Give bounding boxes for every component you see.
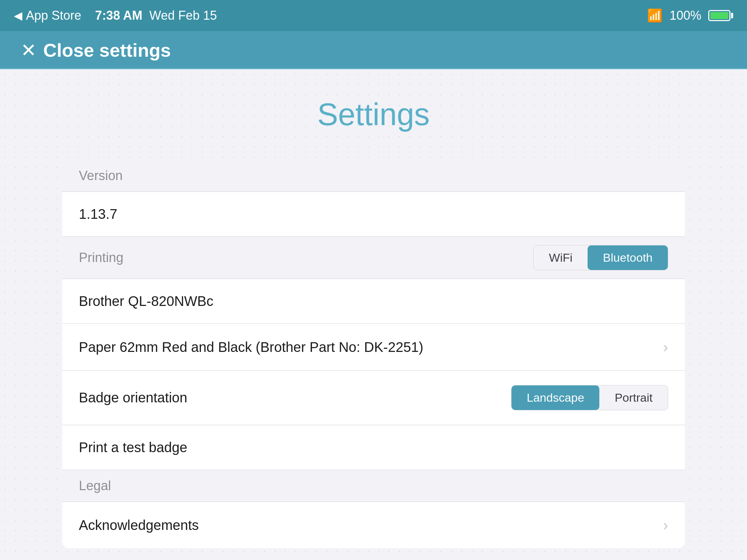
printing-section-label: Printing xyxy=(79,250,123,265)
battery-percentage: 100% xyxy=(670,8,701,23)
paper-size-chevron-icon: › xyxy=(663,338,668,356)
landscape-button[interactable]: Landscape xyxy=(511,385,599,410)
close-icon: ✕ xyxy=(21,41,36,59)
status-bar-right: 📶 100% xyxy=(647,8,733,23)
orientation-segment-control: Landscape Portrait xyxy=(511,385,668,410)
legal-section-label: Legal xyxy=(79,478,111,493)
close-settings-label: Close settings xyxy=(43,39,171,61)
portrait-button[interactable]: Portrait xyxy=(599,385,668,410)
version-row: 1.13.7 xyxy=(62,192,685,237)
page-title: Settings xyxy=(62,97,685,132)
printer-name-row: Brother QL-820NWBc xyxy=(62,279,685,324)
badge-orientation-row: Badge orientation Landscape Portrait xyxy=(62,371,685,425)
status-time: 7:38 AM xyxy=(95,8,142,23)
settings-list: Version 1.13.7 Printing WiFi Bluetooth B… xyxy=(62,160,685,548)
print-test-label: Print a test badge xyxy=(79,440,187,455)
print-test-row[interactable]: Print a test badge xyxy=(62,425,685,470)
paper-size-row[interactable]: Paper 62mm Red and Black (Brother Part N… xyxy=(62,324,685,371)
app-store-back[interactable]: App Store xyxy=(14,8,81,23)
acknowledgements-label: Acknowledgements xyxy=(79,517,199,533)
close-settings-button[interactable]: ✕ Close settings xyxy=(21,39,171,61)
version-section-header: Version xyxy=(62,160,685,192)
version-section-label: Version xyxy=(79,168,123,183)
header-bar: ✕ Close settings xyxy=(0,31,747,69)
status-bar: App Store 7:38 AM Wed Feb 15 📶 100% xyxy=(0,0,747,31)
acknowledgements-row[interactable]: Acknowledgements › xyxy=(62,502,685,548)
battery-icon xyxy=(708,10,733,21)
version-value: 1.13.7 xyxy=(79,206,117,222)
wifi-icon: 📶 xyxy=(647,8,663,23)
status-bar-left: App Store 7:38 AM Wed Feb 15 xyxy=(14,8,217,23)
status-date: Wed Feb 15 xyxy=(149,8,217,23)
badge-orientation-label: Badge orientation xyxy=(79,390,187,405)
connection-segment-control: WiFi Bluetooth xyxy=(533,245,668,270)
printer-name-label: Brother QL-820NWBc xyxy=(79,293,213,309)
printing-section-header: Printing WiFi Bluetooth xyxy=(62,237,685,279)
acknowledgements-chevron-icon: › xyxy=(663,516,668,534)
content-inner: Settings Version 1.13.7 Printing WiFi Bl… xyxy=(28,69,719,548)
bluetooth-button[interactable]: Bluetooth xyxy=(588,245,668,270)
content-area: Settings Version 1.13.7 Printing WiFi Bl… xyxy=(0,69,747,560)
wifi-button[interactable]: WiFi xyxy=(534,245,588,270)
paper-size-label: Paper 62mm Red and Black (Brother Part N… xyxy=(79,339,423,355)
legal-section-header: Legal xyxy=(62,470,685,502)
